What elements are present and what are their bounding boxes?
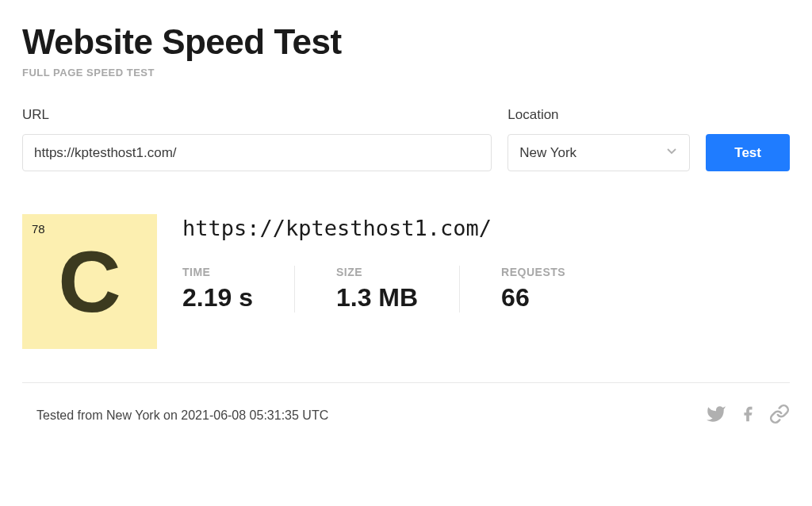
stat-requests-label: REQUESTS	[501, 266, 565, 278]
stat-requests: REQUESTS 66	[501, 266, 607, 312]
test-form: URL Location New York Test	[22, 107, 790, 171]
location-selected-value: New York	[519, 145, 576, 161]
page-subtitle: FULL PAGE SPEED TEST	[22, 67, 790, 79]
results-details: https://kptesthost1.com/ TIME 2.19 s SIZ…	[182, 214, 790, 349]
stat-size-label: SIZE	[336, 266, 418, 278]
results-footer: Tested from New York on 2021-06-08 05:31…	[22, 404, 790, 427]
grade-letter: C	[58, 238, 121, 325]
grade-box: 78 C	[22, 214, 157, 349]
share-icons	[706, 404, 790, 427]
stat-size-value: 1.3 MB	[336, 283, 418, 312]
url-group: URL	[22, 107, 492, 171]
stat-size: SIZE 1.3 MB	[336, 266, 460, 312]
page-title: Website Speed Test	[22, 22, 790, 62]
test-button[interactable]: Test	[706, 134, 790, 171]
tested-url: https://kptesthost1.com/	[182, 216, 790, 240]
location-label: Location	[508, 107, 690, 123]
link-icon[interactable]	[769, 404, 790, 427]
grade-score: 78	[32, 222, 45, 236]
results-section: 78 C https://kptesthost1.com/ TIME 2.19 …	[22, 214, 790, 383]
url-label: URL	[22, 107, 492, 123]
stat-time: TIME 2.19 s	[182, 266, 295, 312]
twitter-icon[interactable]	[706, 404, 726, 427]
tested-info: Tested from New York on 2021-06-08 05:31…	[36, 408, 328, 423]
chevron-down-icon	[665, 144, 678, 161]
stats-row: TIME 2.19 s SIZE 1.3 MB REQUESTS 66	[182, 266, 790, 312]
location-group: Location New York	[508, 107, 690, 171]
facebook-icon[interactable]	[739, 404, 756, 427]
stat-time-value: 2.19 s	[182, 283, 253, 312]
stat-requests-value: 66	[501, 283, 565, 312]
stat-time-label: TIME	[182, 266, 253, 278]
url-input[interactable]	[22, 134, 492, 171]
location-select[interactable]: New York	[508, 134, 690, 171]
